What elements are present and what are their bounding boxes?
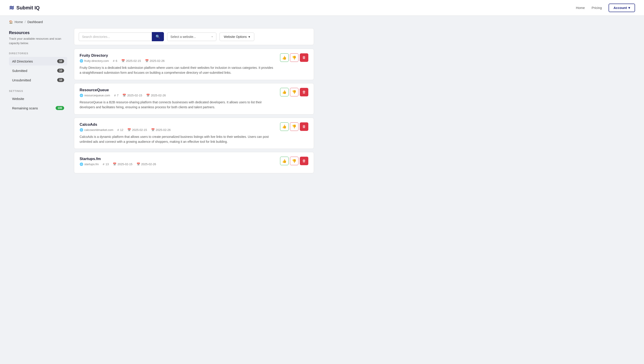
hash-icon-0: # [113,59,115,62]
cal-icon1-2: 📅 [127,128,131,132]
card-meta-0: 🌐 fruity-directory.com # 6 📅 2025-02-15 … [80,59,276,62]
card-body-1: ResourceQueue 🌐 resourcequeue.com # 7 📅 … [80,88,276,110]
card-body-0: Fruity Directory 🌐 fruity-directory.com … [80,53,276,75]
cal-icon2-3: 📅 [137,162,140,166]
account-button[interactable]: Account ▾ [608,4,635,12]
search-input[interactable] [79,32,152,41]
cal-icon2-0: 📅 [145,59,149,62]
delete-button-1[interactable]: 🗑 [300,88,308,96]
delete-button-2[interactable]: 🗑 [300,122,308,131]
card-body-3: Startups.fm 🌐 startups.fm # 13 📅 2025-02… [80,157,276,168]
all-directories-label: All Directories [12,60,33,63]
account-label: Account [613,6,627,10]
website-select[interactable]: Select a website... [167,32,216,41]
search-button[interactable]: 🔍 [152,32,164,41]
reject-button-1[interactable]: 👎 [290,88,298,96]
card-title-3: Startups.fm [80,157,276,161]
reject-button-0[interactable]: 👎 [290,53,298,62]
sidebar-item-submitted[interactable]: Submitted 10 [9,66,67,75]
domain-icon-0: 🌐 [80,59,83,62]
card-domain-1: 🌐 resourcequeue.com [80,94,110,97]
approve-button-0[interactable]: 👍 [280,53,289,62]
card-domain-2: 🌐 calcoworldmarket.com [80,128,113,132]
cal-icon1-1: 📅 [123,94,126,97]
cal-icon1-0: 📅 [121,59,125,62]
website-options-chevron: ▾ [248,35,250,38]
brand-logo[interactable]: ≋ Submit IQ [9,4,40,12]
directory-list: Fruity Directory 🌐 fruity-directory.com … [74,49,314,173]
card-date2-3: 📅 2025-02-26 [137,162,156,166]
card-date1-1: 📅 2025-02-15 [123,94,142,97]
card-desc-1: ResourceQueue is a B2B resource-sharing … [80,100,276,110]
card-title-2: CalcoAds [80,122,276,127]
website-options-label: Website Options [224,35,247,38]
domain-icon-1: 🌐 [80,94,83,97]
search-wrapper: 🔍 [79,32,164,41]
card-date1-3: 📅 2025-02-15 [113,162,133,166]
card-actions-1: 👍 👎 🗑 [280,88,308,96]
brand-icon: ≋ [9,4,14,12]
directory-card: CalcoAds 🌐 calcoworldmarket.com # 12 📅 2… [74,118,314,149]
card-date2-1: 📅 2025-02-26 [146,94,166,97]
card-meta-3: 🌐 startups.fm # 13 📅 2025-02-15 📅 2025-0… [80,162,276,166]
card-date2-2: 📅 2025-02-26 [151,128,171,132]
cal-icon1-3: 📅 [113,162,116,166]
card-number-1: # 7 [114,94,118,97]
account-chevron: ▾ [628,6,630,10]
approve-button-3[interactable]: 👍 [280,157,289,165]
brand-name: Submit IQ [16,5,40,11]
card-domain-0: 🌐 fruity-directory.com [80,59,109,62]
breadcrumb-separator: / [25,20,26,24]
card-domain-3: 🌐 startups.fm [80,162,99,166]
settings-section-label: SETTINGS [9,85,67,94]
nav-home[interactable]: Home [576,6,585,10]
card-body-2: CalcoAds 🌐 calcoworldmarket.com # 12 📅 2… [80,122,276,144]
resources-desc: Track your available resources and scan … [9,36,67,45]
reject-button-2[interactable]: 👎 [290,122,298,131]
domain-icon-3: 🌐 [80,162,83,166]
delete-button-3[interactable]: 🗑 [300,157,308,165]
card-date1-2: 📅 2025-02-15 [127,128,147,132]
breadcrumb: 🏠 Home / Dashboard [0,16,644,26]
home-icon: 🏠 [9,20,13,24]
approve-button-2[interactable]: 👍 [280,122,289,131]
hash-icon-3: # [103,162,104,166]
directory-card: ResourceQueue 🌐 resourcequeue.com # 7 📅 … [74,83,314,114]
directory-card: Fruity Directory 🌐 fruity-directory.com … [74,49,314,80]
hash-icon-1: # [114,94,116,97]
approve-button-1[interactable]: 👍 [280,88,289,96]
hash-icon-2: # [117,128,119,132]
card-title-1: ResourceQueue [80,88,276,92]
all-directories-badge: 10 [57,59,64,63]
card-date1-0: 📅 2025-02-15 [121,59,141,62]
card-desc-0: Fruity Directory is a dedicated link sub… [80,65,276,75]
sidebar: Resources Track your available resources… [9,28,67,176]
toolbar: 🔍 Select a website... Website Options ▾ [74,28,314,45]
card-number-2: # 12 [117,128,123,132]
sidebar-item-website[interactable]: Website [9,94,67,103]
card-date2-0: 📅 2025-02-26 [145,59,165,62]
directories-section-label: DIRECTORIES [9,48,67,57]
website-options-button[interactable]: Website Options ▾ [220,32,254,41]
sidebar-item-remaining-scans[interactable]: Remaining scans 100 [9,104,67,112]
nav-pricing[interactable]: Pricing [591,6,602,10]
card-meta-2: 🌐 calcoworldmarket.com # 12 📅 2025-02-15… [80,128,276,132]
submitted-label: Submitted [12,69,27,72]
navbar: ≋ Submit IQ Home Pricing Account ▾ [0,0,644,16]
sidebar-item-unsubmitted[interactable]: Unsubmitted 10 [9,76,67,84]
remaining-scans-label: Remaining scans [12,106,38,110]
card-meta-1: 🌐 resourcequeue.com # 7 📅 2025-02-15 📅 2… [80,94,276,97]
main-layout: Resources Track your available resources… [0,26,323,185]
card-desc-2: CalcoAds is a dynamic platform that allo… [80,134,276,144]
card-number-3: # 13 [103,162,109,166]
submitted-badge: 10 [57,68,64,72]
card-title-0: Fruity Directory [80,53,276,58]
remaining-scans-badge: 100 [56,106,64,110]
sidebar-item-all-directories[interactable]: All Directories 10 [9,57,67,66]
delete-button-0[interactable]: 🗑 [300,53,308,62]
content-area: 🔍 Select a website... Website Options ▾ … [74,28,314,176]
cal-icon2-2: 📅 [151,128,155,132]
website-label: Website [12,97,24,101]
reject-button-3[interactable]: 👎 [290,157,298,165]
breadcrumb-home[interactable]: Home [15,20,23,24]
